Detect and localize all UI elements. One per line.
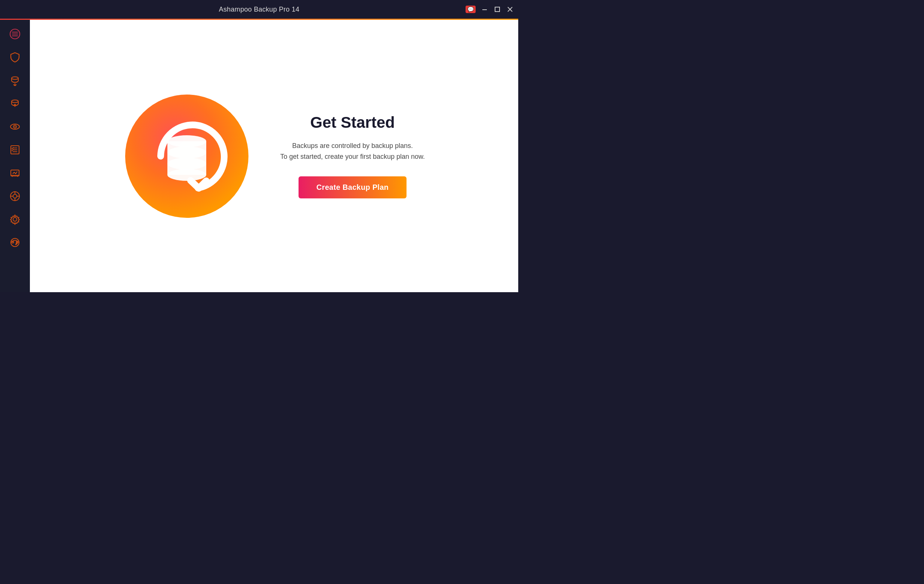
sidebar-item-tasks[interactable] xyxy=(4,139,26,160)
content-area: Get Started Backups are controlled by ba… xyxy=(30,20,518,292)
support-ring-icon xyxy=(9,191,21,202)
svg-point-21 xyxy=(12,176,13,177)
svg-point-22 xyxy=(17,176,18,177)
description-line2: To get started, create your first backup… xyxy=(280,153,425,160)
svg-point-8 xyxy=(12,77,18,79)
sidebar xyxy=(0,20,30,292)
drive-icon xyxy=(9,167,21,178)
hero-icon xyxy=(123,92,250,220)
content-inner: Get Started Backups are controlled by ba… xyxy=(30,78,518,235)
description-line1: Backups are controlled by backup plans. xyxy=(292,142,413,150)
get-started-description: Backups are controlled by backup plans. … xyxy=(280,140,425,162)
backup-download-icon xyxy=(9,75,21,86)
svg-point-24 xyxy=(13,194,17,198)
menu-icon xyxy=(9,28,21,40)
help-icon xyxy=(9,237,21,248)
svg-point-29 xyxy=(13,218,17,221)
eye-icon xyxy=(9,121,21,132)
maximize-button[interactable] xyxy=(493,6,501,13)
sidebar-item-help[interactable] xyxy=(4,232,26,253)
sidebar-item-backup[interactable] xyxy=(4,70,26,91)
sidebar-item-monitor[interactable] xyxy=(4,116,26,137)
text-section: Get Started Backups are controlled by ba… xyxy=(280,114,425,198)
shield-icon xyxy=(9,51,21,63)
sidebar-item-menu[interactable] xyxy=(4,23,26,45)
tasks-icon xyxy=(9,144,21,155)
notification-icon: 💬 xyxy=(467,7,474,12)
sidebar-item-support[interactable] xyxy=(4,186,26,206)
svg-point-14 xyxy=(15,126,16,127)
get-started-heading: Get Started xyxy=(310,114,394,132)
svg-point-40 xyxy=(167,169,206,181)
create-backup-plan-button[interactable]: Create Backup Plan xyxy=(299,177,406,198)
app-title: Ashampoo Backup Pro 14 xyxy=(219,6,300,13)
close-button[interactable] xyxy=(506,6,514,13)
title-bar: Ashampoo Backup Pro 14 💬 xyxy=(0,0,518,19)
sidebar-item-shield[interactable] xyxy=(4,47,26,68)
sidebar-item-restore[interactable] xyxy=(4,93,26,114)
sidebar-item-drive[interactable] xyxy=(4,163,26,183)
svg-point-10 xyxy=(12,100,18,103)
settings-icon xyxy=(9,214,21,225)
window-controls: 💬 xyxy=(465,6,514,13)
svg-rect-1 xyxy=(495,7,500,12)
main-layout: Get Started Backups are controlled by ba… xyxy=(0,20,518,292)
svg-rect-0 xyxy=(482,9,487,10)
minimize-button[interactable] xyxy=(481,6,488,13)
notification-button[interactable]: 💬 xyxy=(465,6,476,13)
backup-upload-icon xyxy=(9,98,21,109)
sidebar-item-settings[interactable] xyxy=(4,209,26,230)
